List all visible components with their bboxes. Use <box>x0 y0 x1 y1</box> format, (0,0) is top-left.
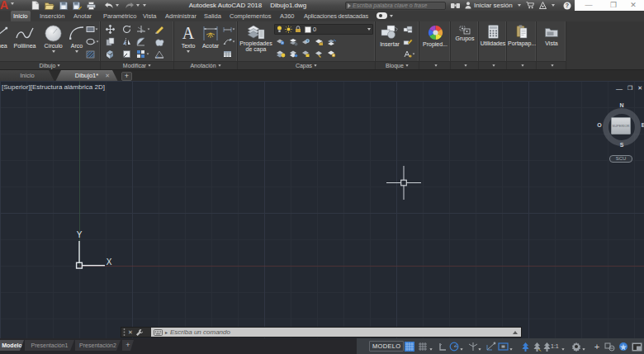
command-close-icon[interactable]: ✕ <box>128 329 133 336</box>
file-tab-close-icon[interactable]: ✕ <box>105 70 110 82</box>
ribbon-tab-insercion[interactable]: Inserción <box>37 11 67 21</box>
trim-tool-button[interactable] <box>136 25 154 34</box>
arc-dropdown-icon[interactable] <box>75 50 78 53</box>
arc-tool-button[interactable]: Arco <box>67 24 87 53</box>
save-as-button[interactable] <box>70 1 84 10</box>
sign-in-button[interactable]: Iniciar sesión <box>465 2 513 9</box>
text-dropdown-icon[interactable] <box>187 50 190 53</box>
layout-tab-presentacion1[interactable]: Presentación1 <box>25 340 74 351</box>
rotate-tool-button[interactable] <box>122 25 136 34</box>
layer-dropdown[interactable]: 0 <box>274 24 373 35</box>
grid-dropdown-icon[interactable] <box>429 345 433 352</box>
new-layout-button[interactable]: + <box>122 340 134 351</box>
polyline-tool-button[interactable]: Polilínea <box>11 24 39 49</box>
workspace-dropdown-icon[interactable] <box>582 345 585 352</box>
command-customize-wrench-icon[interactable] <box>135 328 143 336</box>
explode-tool-button[interactable] <box>122 50 136 59</box>
panel-footer-portapapeles[interactable] <box>507 61 536 69</box>
app-store-cart-icon[interactable] <box>526 2 534 9</box>
scale-tool-button[interactable] <box>106 50 122 59</box>
sign-in-dropdown-icon[interactable] <box>518 4 521 7</box>
undo-dropdown-icon[interactable] <box>116 4 119 7</box>
doc-minimize-button[interactable]: — <box>616 85 623 92</box>
layer-isolate-button[interactable] <box>289 38 298 46</box>
viewcube-top-face[interactable]: SUPERIOR <box>611 117 631 135</box>
ellipse-tool-button[interactable] <box>86 35 101 48</box>
grid-display-button[interactable] <box>417 342 429 352</box>
panel-footer-propiedades[interactable] <box>419 61 450 69</box>
erase-tool-button[interactable] <box>154 25 169 34</box>
window-minimize-button[interactable]: — <box>575 0 603 11</box>
panel-footer-bloque[interactable]: Bloque <box>376 61 419 69</box>
view-button[interactable]: Vista <box>537 24 566 46</box>
object-snap-tracking-button[interactable] <box>485 342 497 352</box>
leader-tool-button[interactable] <box>223 35 237 48</box>
a360-dropdown-icon[interactable] <box>552 4 555 7</box>
groups-button[interactable]: Grupos <box>452 25 478 41</box>
ribbon-tab-salida[interactable]: Salida <box>201 11 224 21</box>
block-attributes-button[interactable] <box>403 48 418 60</box>
iso-dropdown-icon[interactable] <box>478 345 481 352</box>
move-tool-button[interactable] <box>106 25 122 34</box>
window-restore-button[interactable]: ❐ <box>603 0 624 11</box>
layout-tab-presentacion2[interactable]: Presentación2 <box>75 340 121 351</box>
save-button[interactable] <box>56 1 70 10</box>
circle-tool-button[interactable]: Círculo <box>40 24 67 53</box>
annotation-scale-value[interactable]: 1:1 <box>551 338 559 354</box>
circle-dropdown-icon[interactable] <box>52 50 55 53</box>
insert-block-button[interactable]: Insertar <box>377 24 402 47</box>
a360-icon[interactable] <box>539 2 547 9</box>
mirror-tool-button[interactable] <box>122 37 136 46</box>
panel-footer-dibujo[interactable]: Dibujo <box>0 61 100 69</box>
isolate-objects-button[interactable] <box>604 342 615 352</box>
redo-dropdown-icon[interactable] <box>136 4 140 7</box>
layout-tab-modelo[interactable]: Modelo <box>0 340 24 351</box>
polar-tracking-button[interactable] <box>448 342 460 352</box>
text-tool-button[interactable]: A Texto <box>178 24 199 53</box>
clean-screen-button[interactable] <box>631 342 642 352</box>
clipboard-button[interactable]: Portapap... <box>508 24 536 46</box>
viewcube-east-label[interactable]: E <box>639 122 644 128</box>
table-tool-button[interactable] <box>223 48 237 60</box>
layer-properties-button[interactable]: Propiedades de capa <box>239 24 273 52</box>
command-line-bar[interactable]: ✕ ▸ Escriba un comando <box>121 327 522 337</box>
ribbon-tab-aplicaciones[interactable]: Aplicaciones destacadas <box>301 11 371 21</box>
layer-match-button[interactable] <box>327 38 337 46</box>
ribbon-tab-administrar[interactable]: Administrar <box>163 11 199 21</box>
properties-button[interactable]: Propied... <box>421 24 449 47</box>
layer-walk-button[interactable] <box>327 50 336 58</box>
command-input-field[interactable]: ▸ Escriba un comando <box>151 328 521 337</box>
rectangle-tool-button[interactable] <box>86 23 101 35</box>
panel-footer-utilidades[interactable] <box>479 61 506 69</box>
stretch-tool-button[interactable] <box>154 38 169 46</box>
layer-lock-button[interactable] <box>315 38 324 46</box>
panel-footer-modificar[interactable]: Modificar <box>101 61 173 69</box>
object-snap-button[interactable] <box>497 342 509 352</box>
line-tool-button[interactable]: Línea <box>0 24 12 49</box>
ribbon-tab-complementos[interactable]: Complementos <box>227 11 273 21</box>
scale-dropdown-icon[interactable] <box>561 345 565 352</box>
create-block-button[interactable] <box>403 23 418 35</box>
osnap-dropdown-icon[interactable] <box>509 345 513 352</box>
ribbon-tab-anotar[interactable]: Anotar <box>71 11 94 21</box>
viewcube-south-label[interactable]: S <box>618 142 626 148</box>
viewcube-north-label[interactable]: N <box>618 102 626 108</box>
snap-mode-button[interactable] <box>404 342 415 352</box>
search-go-icon[interactable] <box>348 3 351 8</box>
array-tool-button[interactable] <box>136 50 154 59</box>
panel-footer-grupos[interactable] <box>451 61 478 69</box>
polar-dropdown-icon[interactable] <box>460 345 463 352</box>
help-button[interactable]: ? <box>563 2 571 10</box>
panel-footer-vista[interactable] <box>537 61 566 69</box>
layer-off-button[interactable] <box>276 38 285 46</box>
edit-block-button[interactable] <box>403 35 418 48</box>
ribbon-display-toggle[interactable] <box>376 12 393 19</box>
help-search-input[interactable]: Escriba palabra clave o frase <box>345 2 446 10</box>
drawing-area[interactable]: [Superior][Estructura alámbrica 2D] — ❐ … <box>0 81 644 338</box>
new-drawing-tab-button[interactable]: + <box>121 72 132 81</box>
ucs-menu-button[interactable]: SCU <box>609 155 632 163</box>
copy-tool-button[interactable] <box>106 37 122 46</box>
fillet-tool-button[interactable] <box>136 37 154 46</box>
ortho-mode-button[interactable] <box>437 342 448 352</box>
model-space-button[interactable]: MODELO <box>369 341 404 352</box>
